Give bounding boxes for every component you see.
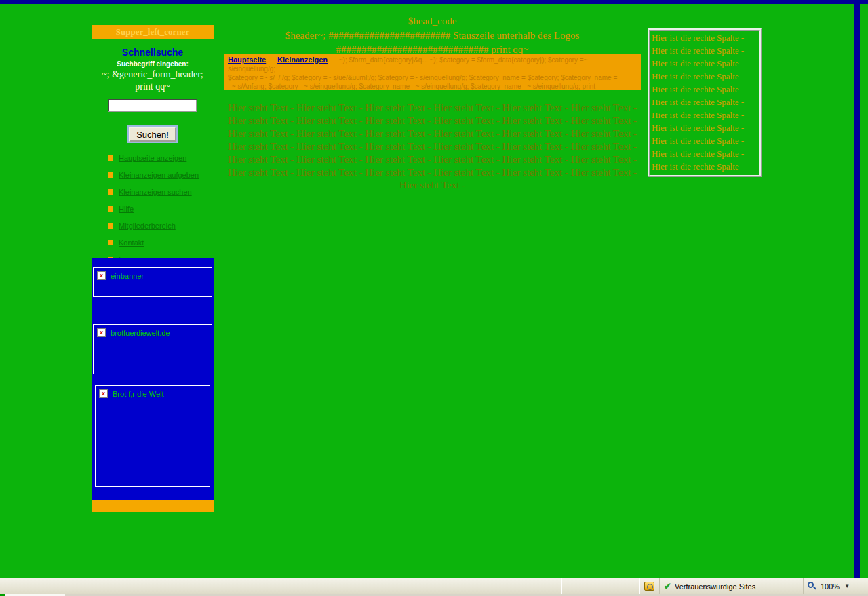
- sidebar-menu: Hauptseite anzeigen Kleinanzeigen aufgeb…: [108, 154, 214, 264]
- bullet-icon: [108, 240, 113, 245]
- sidebar-link-5[interactable]: Mitgliederbereich: [119, 222, 176, 230]
- right-column-line: Hier ist die rechte Spalte -: [652, 96, 757, 108]
- banner-label: einbanner: [111, 271, 144, 280]
- sidebar-link-2[interactable]: Kleinanzeigen aufgeben: [119, 171, 199, 179]
- magnifier-icon: [808, 582, 817, 591]
- right-column-line: Hier ist die rechte Spalte -: [652, 70, 757, 83]
- status-bar: ✔ Vertrauenswürdige Sites 100% ▼: [0, 578, 868, 594]
- right-column-line: Hier ist die rechte Spalte -: [652, 57, 757, 70]
- status-message-area: [0, 578, 561, 594]
- right-column-line: Hier ist die rechte Spalte -: [652, 160, 757, 173]
- nav-link-hauptseite[interactable]: Hauptseite: [228, 56, 266, 64]
- header-status-line: $header~; ######################## Staus…: [224, 28, 641, 43]
- quick-search-hint: Suchbegriff eingeben:: [92, 60, 214, 68]
- broken-image-icon: x: [97, 328, 106, 337]
- security-zone-icon: [644, 582, 654, 591]
- nav-link-kleinanzeigen[interactable]: Kleinanzeigen: [277, 56, 328, 64]
- checkmark-icon: ✔: [664, 581, 671, 591]
- sidebar-menu-item: Hilfe: [108, 205, 214, 213]
- sidebar-link-4[interactable]: Hilfe: [119, 205, 134, 213]
- right-column: Hier ist die rechte Spalte - Hier ist di…: [648, 28, 762, 177]
- form-placeholder-1: ~; &generic_form_header;: [92, 69, 214, 80]
- code-text-2: $category =~ s/_/ /g; $category =~ s/ue/…: [228, 73, 637, 82]
- sidebar-menu-item: Hauptseite anzeigen: [108, 154, 214, 162]
- zoom-level: 100%: [821, 582, 840, 591]
- sidebar-link-6[interactable]: Kontakt: [119, 239, 144, 247]
- sidebar-menu-item: Mitgliederbereich: [108, 222, 214, 230]
- right-column-line: Hier ist die rechte Spalte -: [652, 147, 757, 160]
- broken-image-icon: x: [99, 389, 108, 398]
- window-right-border: [854, 4, 860, 578]
- banner-brot-fuer-die-welt[interactable]: x Brot f,r die Welt: [95, 385, 210, 487]
- sidebar-link-3[interactable]: Kleinanzeigen suchen: [119, 188, 192, 196]
- head-code-line: $head_code: [224, 14, 641, 28]
- trusted-sites-cell: ✔ Vertrauenswürdige Sites: [659, 578, 803, 594]
- sidebar-header: Supper_left_corner: [92, 25, 214, 39]
- top-nav-code-box: Hauptseite Kleinanzeigen ~); $form_data{…: [224, 54, 641, 90]
- chevron-down-icon: ▼: [844, 583, 850, 589]
- right-column-line: Hier ist die rechte Spalte -: [652, 134, 757, 147]
- zoom-control[interactable]: 100% ▼: [803, 578, 868, 594]
- search-input[interactable]: [108, 99, 197, 112]
- quick-search-panel: Schnellsuche Suchbegriff eingeben: ~; &g…: [92, 39, 214, 142]
- main-text: Hier steht Text - Hier steht Text - Hier…: [224, 102, 641, 192]
- sidebar-link-1[interactable]: Hauptseite anzeigen: [119, 154, 186, 162]
- search-button[interactable]: Suchen!: [129, 127, 176, 142]
- right-column-line: Hier ist die rechte Spalte -: [652, 108, 757, 121]
- banner-einbanner[interactable]: x einbanner: [93, 267, 212, 297]
- bullet-icon: [108, 189, 113, 195]
- right-column-line: Hier ist die rechte Spalte -: [652, 83, 757, 96]
- sidebar: Supper_left_corner Schnellsuche Suchbegr…: [92, 25, 214, 273]
- sidebar-banner-panel: x einbanner x brotfuerdiewelt.de x Brot …: [92, 258, 214, 500]
- broken-image-icon: x: [97, 271, 106, 280]
- bullet-icon: [108, 206, 113, 212]
- sidebar-menu-item: Kleinanzeigen suchen: [108, 188, 214, 196]
- sidebar-menu-item: Kleinanzeigen aufgeben: [108, 171, 214, 179]
- status-spacer: [561, 578, 639, 594]
- banner-brotfuerdiewelt[interactable]: x brotfuerdiewelt.de: [93, 324, 212, 374]
- nav-line-1: Hauptseite Kleinanzeigen ~); $form_data{…: [228, 56, 637, 73]
- bullet-icon: [108, 223, 113, 229]
- right-column-line: Hier ist die rechte Spalte -: [652, 44, 757, 57]
- banner-label: brotfuerdiewelt.de: [111, 328, 170, 337]
- bullet-icon: [108, 172, 113, 178]
- code-text-3: =~ s/Anfang; $category =~ s/einquellung/…: [228, 82, 637, 90]
- banner-label: Brot f,r die Welt: [113, 389, 164, 398]
- status-zone-cell: [639, 578, 659, 594]
- sidebar-menu-item: Kontakt: [108, 239, 214, 247]
- quick-search-title: Schnellsuche: [92, 47, 214, 58]
- right-column-line: Hier ist die rechte Spalte -: [652, 121, 757, 134]
- bullet-icon: [108, 155, 113, 161]
- page-header-placeholders: $head_code $header~; ###################…: [224, 14, 641, 57]
- browser-viewport: $head_code $header~; ###################…: [0, 4, 868, 578]
- right-column-line: Hier ist die rechte Spalte -: [652, 31, 757, 44]
- form-placeholder-2: print qq~: [92, 81, 214, 92]
- sidebar-footer-bar: [92, 500, 214, 512]
- trusted-sites-label: Vertrauenswürdige Sites: [675, 582, 755, 591]
